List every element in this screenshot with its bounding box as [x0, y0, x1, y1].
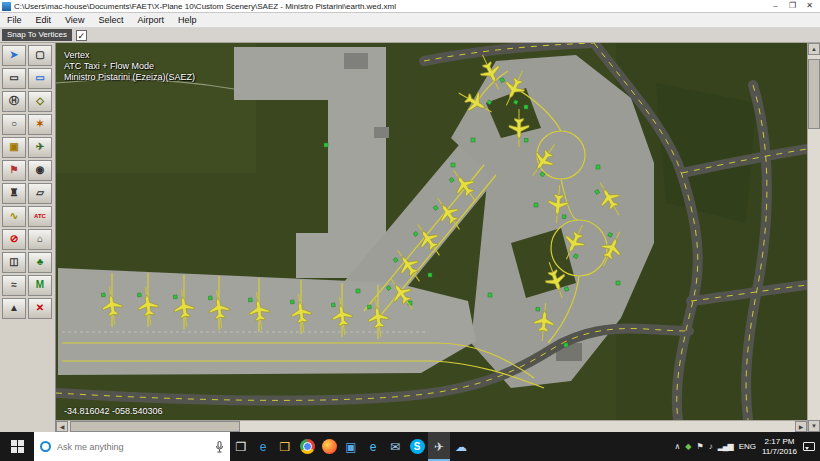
wed-icon: ✈: [432, 439, 447, 454]
title-bar: C:\Users\mac-house\Documents\FAET\X-Plan…: [0, 0, 820, 13]
ramp-start-marker[interactable]: [451, 163, 455, 167]
maximize-button[interactable]: ❐: [784, 0, 801, 12]
network-icon[interactable]: ▂▄▆: [718, 442, 733, 452]
overlay-airport-name: Ministro Pistarini (Ezeiza)(SAEZ): [64, 72, 195, 83]
clock-time: 2:17 PM: [762, 437, 797, 447]
ramp-start-marker[interactable]: [428, 273, 432, 277]
ramp-start-marker[interactable]: [356, 289, 360, 293]
taxiway-tool[interactable]: ◇: [28, 91, 52, 112]
menu-edit[interactable]: Edit: [29, 15, 59, 25]
mail-icon: ✉: [388, 439, 403, 454]
chrome-icon: [300, 439, 315, 454]
taskbar-mail[interactable]: ✉: [384, 432, 406, 461]
ramp-start-marker[interactable]: [471, 138, 475, 142]
sealane-tool[interactable]: ▭: [28, 68, 52, 89]
start-button[interactable]: [0, 432, 34, 461]
beacon-tool[interactable]: ◉: [28, 160, 52, 181]
orthophoto-tool[interactable]: ✕: [28, 298, 52, 319]
firefox-icon: [322, 439, 337, 454]
mode-overlay: Vertex ATC Taxi + Flow Mode Ministro Pis…: [64, 50, 195, 83]
cortana-search-box[interactable]: [34, 432, 230, 461]
object-tool[interactable]: ⌂: [28, 229, 52, 250]
taskbar-onedrive[interactable]: ☁: [450, 432, 472, 461]
language-indicator[interactable]: ENG: [739, 442, 756, 451]
boundary-tool[interactable]: ▱: [28, 183, 52, 204]
hole-tool[interactable]: ○: [2, 114, 26, 135]
exclusion-tool[interactable]: ⊘: [2, 229, 26, 250]
taxi-line-tool[interactable]: ∿: [2, 206, 26, 227]
edge-icon: e: [256, 439, 271, 454]
facade-tool[interactable]: ◫: [2, 252, 26, 273]
skype-icon: S: [410, 439, 425, 454]
snap-to-vertices-label: Snap To Vertices: [2, 29, 72, 41]
menu-help[interactable]: Help: [171, 15, 204, 25]
vertical-scrollbar[interactable]: ▲ ▼: [807, 43, 820, 432]
scroll-up-arrow[interactable]: ▲: [808, 43, 820, 55]
windows-logo-icon: [11, 440, 24, 453]
cortana-icon: [40, 441, 51, 452]
ramp-start-marker[interactable]: [564, 343, 568, 347]
light-fixture-tool[interactable]: ✶: [28, 114, 52, 135]
menu-file[interactable]: File: [0, 15, 29, 25]
taskbar-photos[interactable]: ▣: [340, 432, 362, 461]
scroll-left-arrow[interactable]: ◀: [56, 421, 68, 432]
sign-tool[interactable]: ▣: [2, 137, 26, 158]
tower-viewpoint-tool[interactable]: ♜: [2, 183, 26, 204]
string-tool[interactable]: ≈: [2, 275, 26, 296]
task-view-icon: ❐: [234, 439, 249, 454]
map-canvas[interactable]: [56, 43, 807, 420]
windows-taskbar: ❐e❒▣e✉S✈☁ ∧◆⚑♪▂▄▆ENG 2:17 PM 11/7/2016: [0, 432, 820, 461]
minimize-button[interactable]: –: [767, 0, 784, 12]
horizontal-scrollbar[interactable]: ◀ ▶: [56, 420, 807, 432]
taskbar-firefox[interactable]: [318, 432, 340, 461]
windsock-tool[interactable]: ⚑: [2, 160, 26, 181]
search-input[interactable]: [55, 441, 211, 453]
ramp-start-tool[interactable]: ✈: [28, 137, 52, 158]
polygon-tool[interactable]: ▲: [2, 298, 26, 319]
taskbar-file-explorer[interactable]: ❒: [274, 432, 296, 461]
taskbar-chrome[interactable]: [296, 432, 318, 461]
taskbar-internet-explorer[interactable]: e: [362, 432, 384, 461]
overlay-tool-name: Vertex: [64, 50, 195, 61]
taskbar-skype[interactable]: S: [406, 432, 428, 461]
taskbar-edge[interactable]: e: [252, 432, 274, 461]
scroll-down-arrow[interactable]: ▼: [808, 420, 820, 432]
scroll-right-arrow[interactable]: ▶: [795, 421, 807, 432]
tool-palette: ➤▢▭▭Ⓗ◇○✶▣✈⚑◉♜▱∿ATC⊘⌂◫♣≈M▲✕: [0, 43, 56, 432]
taskbar-wed[interactable]: ✈: [428, 432, 450, 461]
onedrive-icon: ☁: [454, 439, 469, 454]
ramp-start-marker[interactable]: [534, 203, 538, 207]
menu-airport[interactable]: Airport: [130, 15, 171, 25]
ramp-start-marker[interactable]: [616, 281, 620, 285]
cursor-coordinates: -34.816042 -058.540306: [64, 406, 163, 416]
marquee-tool[interactable]: ▢: [28, 45, 52, 66]
microphone-icon[interactable]: [215, 441, 224, 453]
ramp-start-marker[interactable]: [596, 165, 600, 169]
helipad-tool[interactable]: Ⓗ: [2, 91, 26, 112]
menu-view[interactable]: View: [58, 15, 91, 25]
vertex-tool[interactable]: ➤: [2, 45, 26, 66]
forest-tool[interactable]: ♣: [28, 252, 52, 273]
flag-icon[interactable]: ⚑: [697, 442, 703, 452]
photos-icon: ▣: [344, 439, 359, 454]
atc-taxi-route-tool[interactable]: ATC: [28, 206, 52, 227]
action-center-icon[interactable]: [803, 442, 815, 451]
runway-tool[interactable]: ▭: [2, 68, 26, 89]
app-icon: [2, 2, 11, 11]
internet-explorer-icon: e: [366, 439, 381, 454]
ramp-start-marker[interactable]: [524, 105, 528, 109]
chevron-up-icon[interactable]: ∧: [674, 442, 679, 452]
volume-icon[interactable]: ♪: [709, 442, 712, 452]
menu-select[interactable]: Select: [91, 15, 130, 25]
snap-to-vertices-checkbox[interactable]: ✓: [76, 30, 87, 41]
horizontal-scroll-thumb[interactable]: [70, 421, 240, 432]
line-tool[interactable]: M: [28, 275, 52, 296]
ramp-start-marker[interactable]: [324, 143, 328, 147]
defender-icon[interactable]: ◆: [685, 442, 690, 452]
close-button[interactable]: ✕: [801, 0, 818, 12]
menu-bar: FileEditViewSelectAirportHelp: [0, 13, 820, 28]
vertical-scroll-thumb[interactable]: [808, 59, 820, 129]
ramp-start-marker[interactable]: [488, 293, 492, 297]
taskbar-task-view[interactable]: ❐: [230, 432, 252, 461]
taskbar-clock[interactable]: 2:17 PM 11/7/2016: [762, 437, 797, 457]
